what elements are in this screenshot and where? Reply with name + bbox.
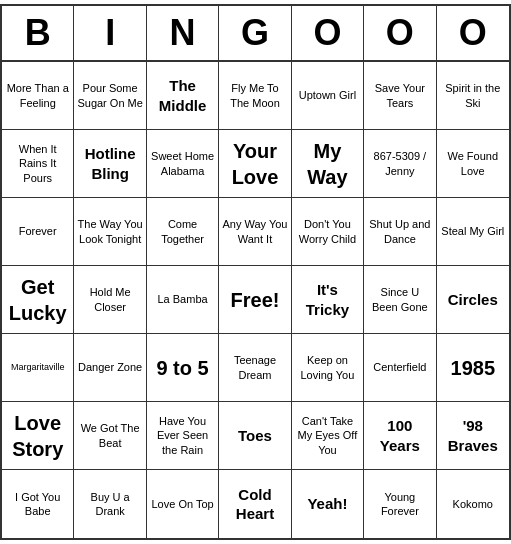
bingo-cell: Don't You Worry Child xyxy=(292,198,364,266)
bingo-cell: Keep on Loving You xyxy=(292,334,364,402)
header-letter: N xyxy=(147,6,219,60)
bingo-cell: Steal My Girl xyxy=(437,198,509,266)
bingo-cell: The Way You Look Tonight xyxy=(74,198,146,266)
header-letter: G xyxy=(219,6,291,60)
bingo-cell: Sweet Home Alabama xyxy=(147,130,219,198)
bingo-cell: '98 Braves xyxy=(437,402,509,470)
bingo-cell: Shut Up and Dance xyxy=(364,198,436,266)
bingo-cell: Young Forever xyxy=(364,470,436,538)
bingo-cell: Danger Zone xyxy=(74,334,146,402)
bingo-cell: Have You Ever Seen the Rain xyxy=(147,402,219,470)
bingo-cell: Love Story xyxy=(2,402,74,470)
bingo-cell: Love On Top xyxy=(147,470,219,538)
bingo-cell: Hold Me Closer xyxy=(74,266,146,334)
bingo-cell: Centerfield xyxy=(364,334,436,402)
header-letter: I xyxy=(74,6,146,60)
bingo-cell: Fly Me To The Moon xyxy=(219,62,291,130)
bingo-cell: 867-5309 / Jenny xyxy=(364,130,436,198)
bingo-cell: Your Love xyxy=(219,130,291,198)
bingo-cell: Kokomo xyxy=(437,470,509,538)
bingo-cell: Hotline Bling xyxy=(74,130,146,198)
bingo-cell: Since U Been Gone xyxy=(364,266,436,334)
bingo-cell: Can't Take My Eyes Off You xyxy=(292,402,364,470)
bingo-cell: Yeah! xyxy=(292,470,364,538)
bingo-cell: More Than a Feeling xyxy=(2,62,74,130)
bingo-cell: Forever xyxy=(2,198,74,266)
bingo-cell: Any Way You Want It xyxy=(219,198,291,266)
bingo-cell: Come Together xyxy=(147,198,219,266)
bingo-cell: La Bamba xyxy=(147,266,219,334)
bingo-cell: Cold Heart xyxy=(219,470,291,538)
bingo-cell: Get Lucky xyxy=(2,266,74,334)
bingo-cell: Buy U a Drank xyxy=(74,470,146,538)
bingo-card: BINGOOO More Than a FeelingPour Some Sug… xyxy=(0,4,511,540)
bingo-cell: Spirit in the Ski xyxy=(437,62,509,130)
bingo-cell: Free! xyxy=(219,266,291,334)
bingo-cell: Uptown Girl xyxy=(292,62,364,130)
bingo-cell: We Found Love xyxy=(437,130,509,198)
header-letter: B xyxy=(2,6,74,60)
header-letter: O xyxy=(292,6,364,60)
bingo-cell: 9 to 5 xyxy=(147,334,219,402)
bingo-cell: When It Rains It Pours xyxy=(2,130,74,198)
bingo-cell: The Middle xyxy=(147,62,219,130)
header-letter: O xyxy=(437,6,509,60)
bingo-cell: Save Your Tears xyxy=(364,62,436,130)
bingo-header: BINGOOO xyxy=(2,6,509,62)
bingo-cell: 1985 xyxy=(437,334,509,402)
bingo-cell: Teenage Dream xyxy=(219,334,291,402)
bingo-cell: We Got The Beat xyxy=(74,402,146,470)
bingo-cell: Pour Some Sugar On Me xyxy=(74,62,146,130)
bingo-cell: Margaritaville xyxy=(2,334,74,402)
bingo-grid: More Than a FeelingPour Some Sugar On Me… xyxy=(2,62,509,538)
bingo-cell: It's Tricky xyxy=(292,266,364,334)
bingo-cell: Circles xyxy=(437,266,509,334)
bingo-cell: I Got You Babe xyxy=(2,470,74,538)
header-letter: O xyxy=(364,6,436,60)
bingo-cell: My Way xyxy=(292,130,364,198)
bingo-cell: Toes xyxy=(219,402,291,470)
bingo-cell: 100 Years xyxy=(364,402,436,470)
